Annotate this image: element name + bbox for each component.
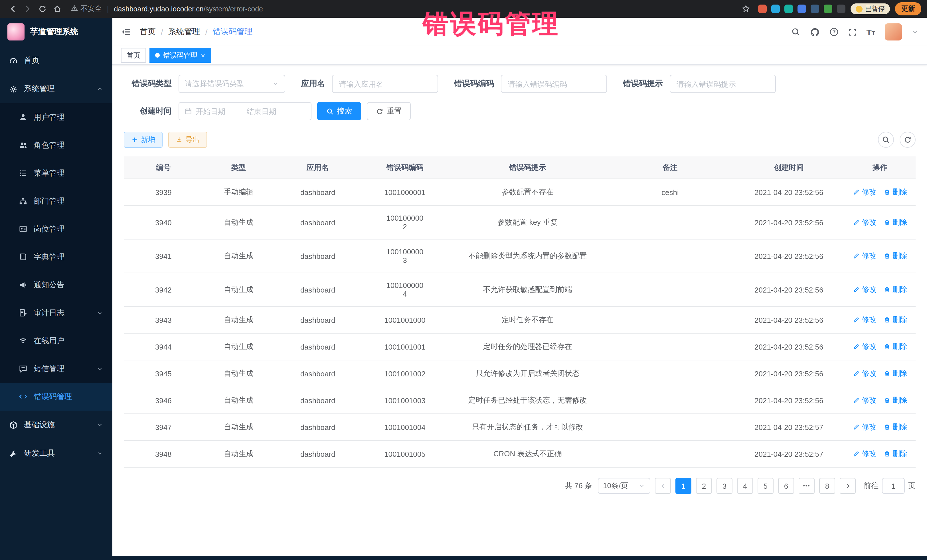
delete-button[interactable]: 删除 bbox=[883, 217, 907, 228]
breadcrumb-item[interactable]: 首页 bbox=[140, 27, 156, 37]
tab-close-icon[interactable]: × bbox=[201, 52, 205, 59]
edit-button[interactable]: 修改 bbox=[853, 449, 877, 459]
page-button-4[interactable]: 4 bbox=[737, 478, 753, 494]
edit-button[interactable]: 修改 bbox=[853, 341, 877, 352]
search-button[interactable]: 搜索 bbox=[317, 102, 361, 120]
delete-button[interactable]: 删除 bbox=[883, 341, 907, 352]
edit-button[interactable]: 修改 bbox=[853, 395, 877, 405]
sidebar-toggle-icon[interactable] bbox=[121, 27, 131, 37]
goto-suffix: 页 bbox=[908, 481, 916, 491]
browser-reload-icon[interactable] bbox=[35, 2, 49, 16]
prev-page-button[interactable] bbox=[655, 478, 671, 494]
reset-button[interactable]: 重置 bbox=[367, 102, 411, 120]
delete-button[interactable]: 删除 bbox=[883, 422, 907, 432]
date-end-input[interactable] bbox=[243, 107, 280, 115]
pencil-icon bbox=[853, 451, 859, 457]
error-type-select[interactable]: 请选择错误码类型 bbox=[179, 75, 285, 93]
error-code-input[interactable] bbox=[501, 75, 607, 93]
toggle-search-button[interactable] bbox=[878, 132, 894, 148]
fullscreen-icon[interactable] bbox=[848, 28, 857, 36]
export-button[interactable]: 导出 bbox=[168, 132, 207, 148]
font-size-icon[interactable]: TT bbox=[866, 27, 875, 37]
tab-错误码管理[interactable]: 错误码管理× bbox=[149, 48, 211, 63]
sidebar-item-sms[interactable]: 短信管理 bbox=[0, 355, 112, 382]
top-navbar: 首页/系统管理/错误码管理 TT bbox=[112, 18, 927, 46]
edit-button[interactable]: 修改 bbox=[853, 315, 877, 325]
page-button-2[interactable]: 2 bbox=[696, 478, 712, 494]
blue-grid-extension-icon[interactable] bbox=[797, 5, 806, 13]
trash-icon bbox=[883, 219, 890, 226]
page-button-8[interactable]: 8 bbox=[819, 478, 835, 494]
delete-button[interactable]: 删除 bbox=[883, 285, 907, 295]
delete-button[interactable]: 删除 bbox=[883, 187, 907, 197]
page-size-select[interactable]: 10条/页 bbox=[598, 478, 650, 494]
user-avatar[interactable] bbox=[885, 23, 902, 41]
red-circle-extension-icon[interactable] bbox=[758, 5, 766, 13]
help-icon[interactable] bbox=[829, 27, 838, 36]
browser-back-icon[interactable] bbox=[6, 2, 20, 16]
logo-avatar bbox=[8, 23, 24, 41]
cell-remark bbox=[607, 360, 733, 387]
edit-button[interactable]: 修改 bbox=[853, 187, 877, 197]
download-icon bbox=[176, 136, 182, 143]
dark-puzzle-extension-icon[interactable] bbox=[837, 5, 845, 13]
sidebar-item-home[interactable]: 首页 bbox=[0, 46, 112, 75]
onetab-extension-icon[interactable] bbox=[810, 5, 819, 13]
calendar-icon bbox=[184, 107, 192, 115]
sidebar-item-post[interactable]: 岗位管理 bbox=[0, 215, 112, 243]
next-page-button[interactable] bbox=[840, 478, 856, 494]
edit-button[interactable]: 修改 bbox=[853, 422, 877, 432]
address-bar[interactable]: 不安全 | dashboard.yudao.iocoder.cn/system/… bbox=[71, 4, 739, 14]
tab-首页[interactable]: 首页 bbox=[121, 48, 146, 63]
date-range-picker[interactable]: - bbox=[179, 102, 312, 120]
green-leaf-extension-icon[interactable] bbox=[824, 5, 832, 13]
page-button-1[interactable]: 1 bbox=[675, 478, 691, 494]
sidebar-item-dev-tools[interactable]: 研发工具 bbox=[0, 439, 112, 467]
delete-button[interactable]: 删除 bbox=[883, 251, 907, 261]
page-button-3[interactable]: 3 bbox=[716, 478, 732, 494]
paused-badge[interactable]: 已暂停 bbox=[850, 3, 890, 14]
green-v-extension-icon[interactable] bbox=[784, 5, 793, 13]
date-start-input[interactable] bbox=[196, 107, 233, 115]
breadcrumb-item[interactable]: 系统管理 bbox=[168, 27, 200, 37]
sidebar-item-dict[interactable]: 字典管理 bbox=[0, 243, 112, 271]
edit-button[interactable]: 修改 bbox=[853, 285, 877, 295]
error-msg-input[interactable] bbox=[670, 75, 776, 93]
page-button-6[interactable]: 6 bbox=[778, 478, 794, 494]
bookmark-star-icon[interactable] bbox=[739, 2, 753, 16]
app-name-input[interactable] bbox=[332, 75, 438, 93]
edit-button[interactable]: 修改 bbox=[853, 369, 877, 379]
sidebar-item-system[interactable]: 系统管理 bbox=[0, 75, 112, 103]
browser-forward-icon[interactable] bbox=[21, 2, 34, 16]
sidebar-item-error-code[interactable]: 错误码管理 bbox=[0, 382, 112, 411]
github-icon[interactable] bbox=[810, 27, 819, 37]
sidebar-item-notice[interactable]: 通知公告 bbox=[0, 271, 112, 299]
sidebar-item-audit-log[interactable]: 审计日志 bbox=[0, 299, 112, 327]
cell-code: 1001001002 bbox=[362, 360, 448, 387]
edit-button[interactable]: 修改 bbox=[853, 217, 877, 228]
sidebar-item-role[interactable]: 角色管理 bbox=[0, 131, 112, 159]
more-pages-button[interactable]: ••• bbox=[799, 478, 815, 494]
cell-actions: 修改删除 bbox=[844, 387, 916, 414]
browser-home-icon[interactable] bbox=[50, 2, 64, 16]
delete-button[interactable]: 删除 bbox=[883, 395, 907, 405]
page-button-5[interactable]: 5 bbox=[758, 478, 774, 494]
add-button[interactable]: 新增 bbox=[124, 132, 163, 148]
goto-page-input[interactable] bbox=[882, 478, 905, 494]
sidebar-item-infra[interactable]: 基础设施 bbox=[0, 411, 112, 439]
avatar-caret-icon[interactable] bbox=[912, 29, 918, 35]
sidebar-item-menu[interactable]: 菜单管理 bbox=[0, 159, 112, 187]
browser-update-button[interactable]: 更新 bbox=[895, 2, 921, 15]
app-logo[interactable]: 芋道管理系统 bbox=[0, 18, 112, 46]
sidebar-item-online-user[interactable]: 在线用户 bbox=[0, 327, 112, 355]
sidebar-item-user[interactable]: 用户管理 bbox=[0, 103, 112, 131]
delete-button[interactable]: 删除 bbox=[883, 315, 907, 325]
delete-button[interactable]: 删除 bbox=[883, 369, 907, 379]
search-icon[interactable] bbox=[791, 27, 800, 36]
sidebar-item-dept[interactable]: 部门管理 bbox=[0, 187, 112, 215]
error-type-label: 错误码类型 bbox=[124, 79, 172, 89]
blue-drop-extension-icon[interactable] bbox=[771, 5, 780, 13]
edit-button[interactable]: 修改 bbox=[853, 251, 877, 261]
delete-button[interactable]: 删除 bbox=[883, 449, 907, 459]
refresh-table-button[interactable] bbox=[900, 132, 916, 148]
